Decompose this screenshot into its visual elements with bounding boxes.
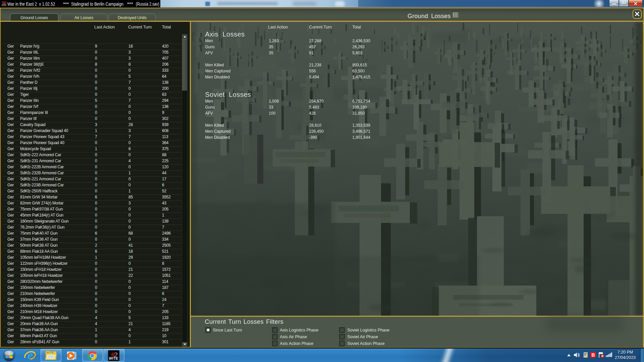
svg-text:B: B: [591, 352, 595, 358]
svg-text:WITE: WITE: [109, 356, 118, 360]
